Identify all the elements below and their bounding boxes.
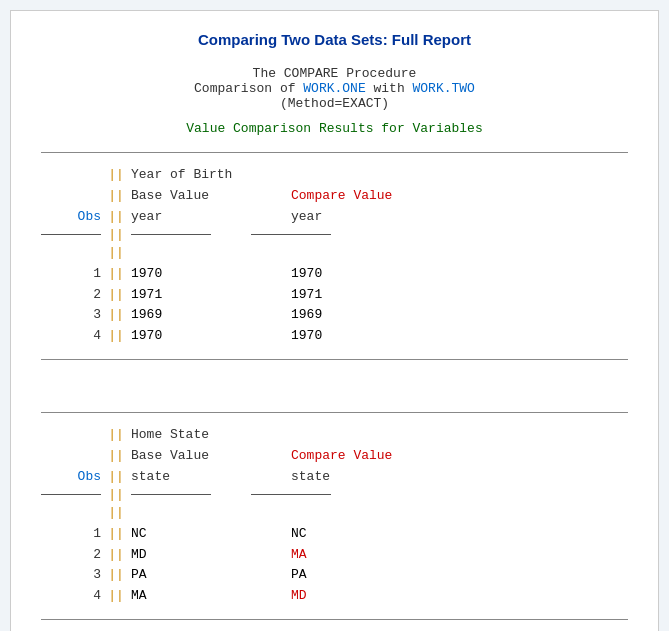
sep-t2-r4: || — [101, 586, 131, 607]
page-title: Comparing Two Data Sets: Full Report — [41, 31, 628, 48]
table1-spacer-row: || — [41, 243, 628, 264]
with-text: with — [366, 81, 413, 96]
obs-3: 3 — [41, 305, 101, 326]
sep1: || — [101, 165, 131, 186]
obs-2: 2 — [41, 285, 101, 306]
t1-base-label: Base Value — [131, 186, 231, 207]
sep-t2-1: || — [101, 425, 131, 446]
obs-label-t2: Obs — [41, 467, 101, 488]
t2-r3-compare: PA — [291, 565, 307, 586]
t1-r1-base: 1970 — [131, 264, 231, 285]
table1-header-varnames: Obs || year year — [41, 207, 628, 228]
t2-r1-base: NC — [131, 524, 231, 545]
table2-header-varnames: Obs || state state — [41, 467, 628, 488]
t1-base-var: year — [131, 207, 231, 228]
obs-ul-spacer-t2 — [41, 487, 101, 495]
table-row: 1 || NC NC — [41, 524, 628, 545]
proc-line1: The COMPARE Procedure — [41, 66, 628, 81]
proc-header: The COMPARE Procedure Comparison of WORK… — [41, 66, 628, 111]
t2-r1-compare: NC — [291, 524, 307, 545]
table1-top-divider — [41, 152, 628, 153]
work-one: WORK.ONE — [303, 81, 365, 96]
obs-spacer-t2 — [41, 425, 101, 446]
t1-compare-var: year — [291, 207, 322, 228]
sep-t2-r3: || — [101, 565, 131, 586]
table2-header-cols: || Base Value Compare Value — [41, 446, 628, 467]
table1: || Year of Birth || Base Value Compare V… — [41, 152, 628, 360]
sep2: || — [101, 186, 131, 207]
sep-ul: || — [101, 227, 131, 243]
sep-t2-r2: || — [101, 545, 131, 566]
table2-content: || Home State || Base Value Compare Valu… — [41, 421, 628, 611]
obs-t2-3: 3 — [41, 565, 101, 586]
obs-spacer2 — [41, 186, 101, 207]
t2-r3-base: PA — [131, 565, 231, 586]
t1-r2-base: 1971 — [131, 285, 231, 306]
table1-header-varlabel: || Year of Birth — [41, 165, 628, 186]
sep-r2: || — [101, 285, 131, 306]
obs-4: 4 — [41, 326, 101, 347]
table-row: 4 || 1970 1970 — [41, 326, 628, 347]
t2-base-label: Base Value — [131, 446, 231, 467]
t1-r2-compare: 1971 — [291, 285, 322, 306]
t2-base-var: state — [131, 467, 231, 488]
obs-spacer — [41, 165, 101, 186]
method-text: (Method=EXACT) — [280, 96, 389, 111]
t1-r4-base: 1970 — [131, 326, 231, 347]
table1-underline: || — [41, 227, 628, 243]
obs-sp2 — [41, 503, 101, 524]
t2-var-label: Home State — [131, 425, 231, 446]
table1-content: || Year of Birth || Base Value Compare V… — [41, 161, 628, 351]
proc-title-text: The COMPARE Procedure — [253, 66, 417, 81]
proc-line2: Comparison of WORK.ONE with WORK.TWO — [41, 81, 628, 96]
table-row: 2 || 1971 1971 — [41, 285, 628, 306]
sep-t2-2: || — [101, 446, 131, 467]
sep-r4: || — [101, 326, 131, 347]
t2-r4-compare: MD — [291, 586, 307, 607]
table1-bottom-divider — [41, 359, 628, 360]
sep-ul-t2: || — [101, 487, 131, 503]
sep-t2-3: || — [101, 467, 131, 488]
table-row: 4 || MA MD — [41, 586, 628, 607]
t1-var-label: Year of Birth — [131, 165, 231, 186]
table2-bottom-divider — [41, 619, 628, 620]
obs-t2-2: 2 — [41, 545, 101, 566]
t1-r3-compare: 1969 — [291, 305, 322, 326]
work-two: WORK.TWO — [413, 81, 475, 96]
section-label: Value Comparison Results for Variables — [41, 121, 628, 136]
sep-r3: || — [101, 305, 131, 326]
page-container: Comparing Two Data Sets: Full Report The… — [10, 10, 659, 631]
table2-underline: || — [41, 487, 628, 503]
t2-r4-base: MA — [131, 586, 231, 607]
t1-compare-label: Compare Value — [291, 186, 392, 207]
sep-sp2: || — [101, 503, 131, 524]
table2: || Home State || Base Value Compare Valu… — [41, 412, 628, 620]
obs-ul-spacer — [41, 227, 101, 235]
table-row: 3 || PA PA — [41, 565, 628, 586]
t1-r1-compare: 1970 — [291, 264, 322, 285]
table2-spacer-row: || — [41, 503, 628, 524]
table-row: 2 || MD MA — [41, 545, 628, 566]
obs-spacer-t2-2 — [41, 446, 101, 467]
t2-compare-var: state — [291, 467, 330, 488]
obs-label: Obs — [41, 207, 101, 228]
section-gap — [41, 380, 628, 404]
table-row: 3 || 1969 1969 — [41, 305, 628, 326]
t1-r3-base: 1969 — [131, 305, 231, 326]
table1-header-cols: || Base Value Compare Value — [41, 186, 628, 207]
t2-compare-label: Compare Value — [291, 446, 392, 467]
table2-top-divider — [41, 412, 628, 413]
table-row: 1 || 1970 1970 — [41, 264, 628, 285]
t2-r2-compare: MA — [291, 545, 307, 566]
sep-t2-r1: || — [101, 524, 131, 545]
table2-header-varlabel: || Home State — [41, 425, 628, 446]
obs-t2-1: 1 — [41, 524, 101, 545]
comparison-of-text: Comparison of — [194, 81, 303, 96]
proc-line3: (Method=EXACT) — [41, 96, 628, 111]
sep-r1: || — [101, 264, 131, 285]
obs-sp — [41, 243, 101, 264]
t1-r4-compare: 1970 — [291, 326, 322, 347]
t2-r2-base: MD — [131, 545, 231, 566]
obs-1: 1 — [41, 264, 101, 285]
sep3: || — [101, 207, 131, 228]
